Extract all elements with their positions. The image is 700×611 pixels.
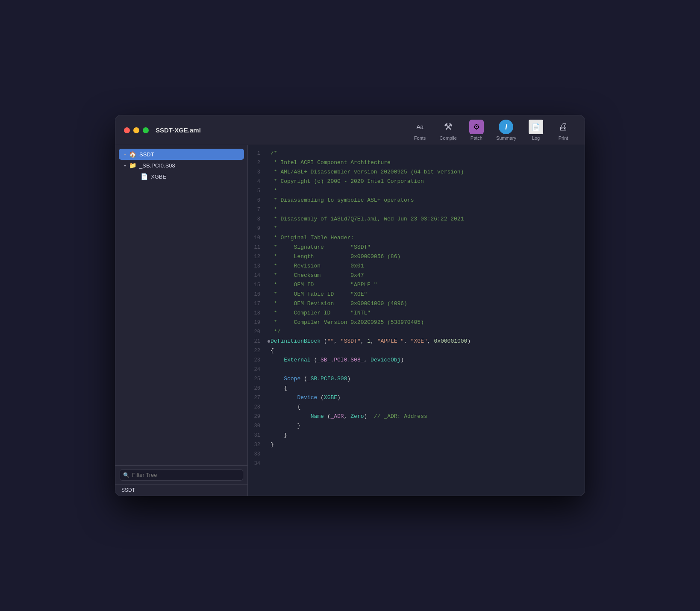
- code-line: 24: [248, 365, 585, 374]
- line-number: 9: [248, 224, 267, 233]
- line-content: }: [271, 440, 585, 449]
- fonts-icon: Aa: [413, 120, 427, 134]
- sidebar: ▾🏠SSDT▾📁_SB.PCI0.S08📄XGBE 🔍 SSDT: [115, 145, 248, 496]
- code-line: 9 *: [248, 224, 585, 233]
- code-line: 8 * Disassembly of iASLd7Q7El.aml, Wed J…: [248, 214, 585, 224]
- line-indicator: [267, 412, 271, 421]
- code-line: 23 External (_SB_.PCI0.S08_, DeviceObj): [248, 355, 585, 365]
- line-content: * Compiler Version 0x20200925 (538970405…: [271, 318, 585, 327]
- tree-item-xgbe[interactable]: 📄XGBE: [115, 171, 247, 182]
- code-line: 13 * Revision 0x01: [248, 261, 585, 271]
- titlebar: SSDT-XGE.aml Aa Fonts ⚒ Compile ⚙ Patch: [115, 115, 585, 145]
- line-content: *: [271, 186, 585, 196]
- code-line: 19 * Compiler Version 0x20200925 (538970…: [248, 318, 585, 327]
- code-line: 4 * Copyright (c) 2000 - 2020 Intel Corp…: [248, 177, 585, 186]
- line-indicator: [267, 374, 271, 384]
- tree-label: SSDT: [139, 151, 154, 158]
- tree-label: _SB.PCI0.S08: [139, 162, 175, 169]
- line-indicator: [267, 384, 271, 393]
- line-indicator: [267, 280, 271, 290]
- line-indicator: [267, 299, 271, 308]
- line-content: DefinitionBlock ("", "SSDT", 1, "APPLE "…: [271, 337, 585, 346]
- line-content: /*: [271, 149, 585, 158]
- code-line: 1/*: [248, 149, 585, 158]
- line-indicator: [267, 308, 271, 318]
- line-indicator: [267, 393, 271, 402]
- line-content: */: [271, 327, 585, 337]
- code-area[interactable]: 1/*2 * Intel ACPI Component Architecture…: [248, 145, 585, 496]
- window-title: SSDT-XGE.aml: [156, 126, 201, 134]
- code-line: 33: [248, 449, 585, 459]
- log-button[interactable]: 📄 Log: [523, 117, 549, 143]
- sidebar-status: SSDT: [115, 484, 247, 496]
- code-line: 6 * Disassembling to symbolic ASL+ opera…: [248, 196, 585, 205]
- tree-area: ▾🏠SSDT▾📁_SB.PCI0.S08📄XGBE: [115, 145, 247, 465]
- line-number: 16: [248, 290, 267, 299]
- line-number: 11: [248, 243, 267, 252]
- line-indicator: [267, 252, 271, 261]
- code-line: 5 *: [248, 186, 585, 196]
- line-indicator: [267, 402, 271, 412]
- log-icon: 📄: [529, 120, 543, 134]
- code-line: 10 * Original Table Header:: [248, 233, 585, 243]
- filter-input[interactable]: [120, 469, 243, 481]
- line-indicator: [267, 214, 271, 224]
- line-content: * Copyright (c) 2000 - 2020 Intel Corpor…: [271, 177, 585, 186]
- line-content: * Intel ACPI Component Architecture: [271, 158, 585, 167]
- line-indicator: [267, 167, 271, 177]
- fonts-label: Fonts: [414, 135, 426, 141]
- line-number: 15: [248, 280, 267, 290]
- code-line: 15 * OEM ID "APPLE ": [248, 280, 585, 290]
- line-number: 30: [248, 421, 267, 431]
- summary-button[interactable]: i Summary: [491, 117, 521, 143]
- line-number: 22: [248, 346, 267, 355]
- close-button[interactable]: [124, 127, 130, 133]
- code-line: 20 */: [248, 327, 585, 337]
- code-line: 25 Scope (_SB.PCI0.S08): [248, 374, 585, 384]
- code-line: 22{: [248, 346, 585, 355]
- traffic-lights: [124, 127, 149, 133]
- toolbar: Aa Fonts ⚒ Compile ⚙ Patch i Summary: [407, 117, 576, 143]
- print-icon: 🖨: [556, 120, 571, 134]
- print-label: Print: [559, 135, 568, 141]
- line-content: {: [271, 346, 585, 355]
- main-window: SSDT-XGE.aml Aa Fonts ⚒ Compile ⚙ Patch: [115, 115, 585, 496]
- line-number: 17: [248, 299, 267, 308]
- line-content: {: [271, 402, 585, 412]
- code-line: 16 * OEM Table ID "XGE": [248, 290, 585, 299]
- line-indicator: [267, 459, 271, 468]
- line-indicator: [267, 431, 271, 440]
- line-number: 26: [248, 384, 267, 393]
- chevron-icon: ▾: [124, 163, 126, 168]
- code-line: 17 * OEM Revision 0x00001000 (4096): [248, 299, 585, 308]
- line-number: 28: [248, 402, 267, 412]
- print-button[interactable]: 🖨 Print: [550, 117, 576, 143]
- line-content: Device (XGBE): [271, 393, 585, 402]
- tree-label: XGBE: [151, 173, 166, 180]
- line-content: * OEM ID "APPLE ": [271, 280, 585, 290]
- line-number: 13: [248, 261, 267, 271]
- line-content: External (_SB_.PCI0.S08_, DeviceObj): [271, 355, 585, 365]
- line-number: 27: [248, 393, 267, 402]
- line-content: {: [271, 384, 585, 393]
- fonts-button[interactable]: Aa Fonts: [407, 117, 433, 143]
- line-number: 4: [248, 177, 267, 186]
- minimize-button[interactable]: [133, 127, 139, 133]
- line-indicator: [267, 355, 271, 365]
- line-content: *: [271, 224, 585, 233]
- line-number: 19: [248, 318, 267, 327]
- tree-item-ssdt[interactable]: ▾🏠SSDT: [119, 149, 244, 160]
- line-number: 14: [248, 271, 267, 280]
- patch-button[interactable]: ⚙ Patch: [464, 117, 489, 143]
- line-indicator: [267, 421, 271, 431]
- compile-button[interactable]: ⚒ Compile: [435, 117, 462, 143]
- line-number: 33: [248, 449, 267, 459]
- tree-item-sb-pci0-s08[interactable]: ▾📁_SB.PCI0.S08: [115, 160, 247, 171]
- fullscreen-button[interactable]: [143, 127, 149, 133]
- compile-icon: ⚒: [441, 120, 456, 134]
- line-number: 23: [248, 355, 267, 365]
- line-content: Scope (_SB.PCI0.S08): [271, 374, 585, 384]
- tree-icon: 📄: [141, 173, 148, 180]
- line-content: * OEM Revision 0x00001000 (4096): [271, 299, 585, 308]
- line-content: * Disassembly of iASLd7Q7El.aml, Wed Jun…: [271, 214, 585, 224]
